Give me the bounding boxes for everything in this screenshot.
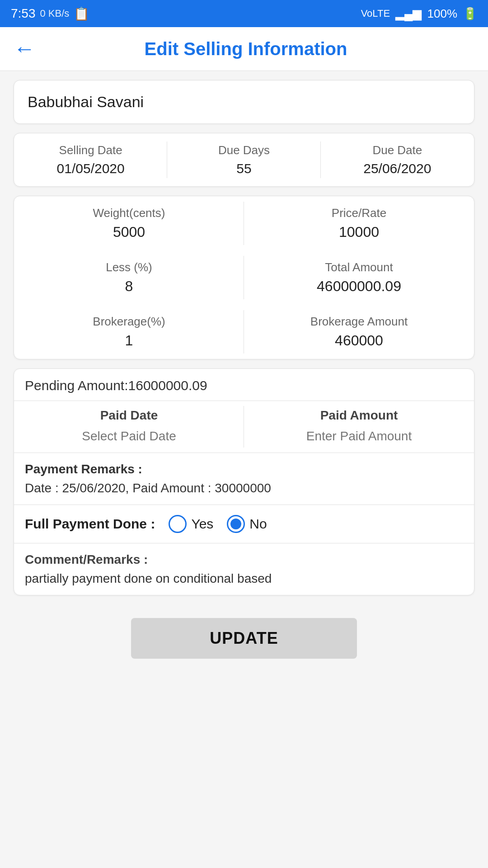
signal-icon: ▂▄▆ <box>395 7 422 21</box>
payment-card: Pending Amount:16000000.09 Paid Date Pai… <box>14 368 474 595</box>
due-date-label: Due Date <box>330 143 465 157</box>
update-button[interactable]: UPDATE <box>131 618 357 659</box>
app-header: ← Edit Selling Information <box>0 27 488 71</box>
customer-name: Babubhai Savani <box>28 93 144 110</box>
paid-date-cell: Paid Date <box>14 401 244 453</box>
price-label: Price/Rate <box>258 206 460 220</box>
date-info-card: Selling Date 01/05/2020 Due Days 55 Due … <box>14 133 474 187</box>
page-title: Edit Selling Information <box>44 39 447 59</box>
brokerage-value: 1 <box>28 332 230 349</box>
less-value: 8 <box>28 278 230 295</box>
radio-group: Yes No <box>169 515 267 533</box>
total-amount-cell: Total Amount 46000000.09 <box>244 250 474 305</box>
update-btn-container: UPDATE <box>14 604 474 681</box>
remarks-label: Payment Remarks : <box>25 462 463 476</box>
details-card: Weight(cents) 5000 Price/Rate 10000 Less… <box>14 196 474 359</box>
due-days-cell: Due Days 55 <box>167 133 320 186</box>
radio-yes-option[interactable]: Yes <box>169 515 213 533</box>
radio-yes-label: Yes <box>191 516 213 532</box>
pending-amount-value: 16000000.09 <box>128 378 207 393</box>
total-amount-value: 46000000.09 <box>258 278 460 295</box>
due-days-label: Due Days <box>176 143 311 157</box>
price-cell: Price/Rate 10000 <box>244 196 474 250</box>
name-card: Babubhai Savani <box>14 80 474 124</box>
remarks-text: Date : 25/06/2020, Paid Amount : 3000000… <box>25 481 463 495</box>
status-indicators: VoLTE ▂▄▆ 100% 🔋 <box>361 7 477 21</box>
paid-date-input[interactable] <box>25 427 233 445</box>
weight-label: Weight(cents) <box>28 206 230 220</box>
main-content: Babubhai Savani Selling Date 01/05/2020 … <box>0 71 488 690</box>
less-cell: Less (%) 8 <box>14 250 244 305</box>
paid-date-amount-row: Paid Date Paid Amount <box>14 401 474 453</box>
price-value: 10000 <box>258 224 460 241</box>
volte-icon: VoLTE <box>361 8 390 19</box>
full-payment-row: Full Payment Done : Yes No <box>14 505 474 543</box>
selling-date-cell: Selling Date 01/05/2020 <box>14 133 167 186</box>
radio-no-option[interactable]: No <box>227 515 267 533</box>
pending-amount-label: Pending Amount: <box>25 378 128 393</box>
paid-amount-cell: Paid Amount <box>244 401 474 453</box>
brokerage-cell: Brokerage(%) 1 <box>14 305 244 359</box>
due-days-value: 55 <box>176 161 311 176</box>
full-payment-label: Full Payment Done : <box>25 516 155 532</box>
less-label: Less (%) <box>28 260 230 274</box>
comment-section: Comment/Remarks : partially payment done… <box>14 543 474 595</box>
pending-amount-row: Pending Amount:16000000.09 <box>14 369 474 401</box>
brokerage-amount-value: 460000 <box>258 332 460 349</box>
status-data-icon: 0 KB/s <box>40 8 70 19</box>
total-amount-label: Total Amount <box>258 260 460 274</box>
radio-no-circle[interactable] <box>227 515 245 533</box>
due-date-cell: Due Date 25/06/2020 <box>321 133 474 186</box>
weight-value: 5000 <box>28 224 230 241</box>
paid-amount-label: Paid Amount <box>255 408 463 423</box>
status-bar: 7:53 0 KB/s 📋 VoLTE ▂▄▆ 100% 🔋 <box>0 0 488 27</box>
battery-text: 100% <box>427 7 458 21</box>
comment-text: partially payment done on conditional ba… <box>25 571 463 586</box>
selling-date-value: 01/05/2020 <box>23 161 158 176</box>
details-grid: Weight(cents) 5000 Price/Rate 10000 Less… <box>14 196 474 359</box>
weight-cell: Weight(cents) 5000 <box>14 196 244 250</box>
brokerage-amount-label: Brokerage Amount <box>258 315 460 329</box>
selling-date-label: Selling Date <box>23 143 158 157</box>
back-button[interactable]: ← <box>14 38 35 60</box>
brokerage-label: Brokerage(%) <box>28 315 230 329</box>
battery-icon: 🔋 <box>463 7 477 21</box>
payment-remarks-section: Payment Remarks : Date : 25/06/2020, Pai… <box>14 453 474 505</box>
status-time: 7:53 0 KB/s 📋 <box>11 6 89 21</box>
clipboard-icon: 📋 <box>74 6 89 21</box>
radio-no-label: No <box>249 516 267 532</box>
comment-label: Comment/Remarks : <box>25 552 463 567</box>
paid-amount-input[interactable] <box>255 427 463 445</box>
brokerage-amount-cell: Brokerage Amount 460000 <box>244 305 474 359</box>
paid-date-label: Paid Date <box>25 408 233 423</box>
radio-yes-circle[interactable] <box>169 515 187 533</box>
due-date-value: 25/06/2020 <box>330 161 465 176</box>
